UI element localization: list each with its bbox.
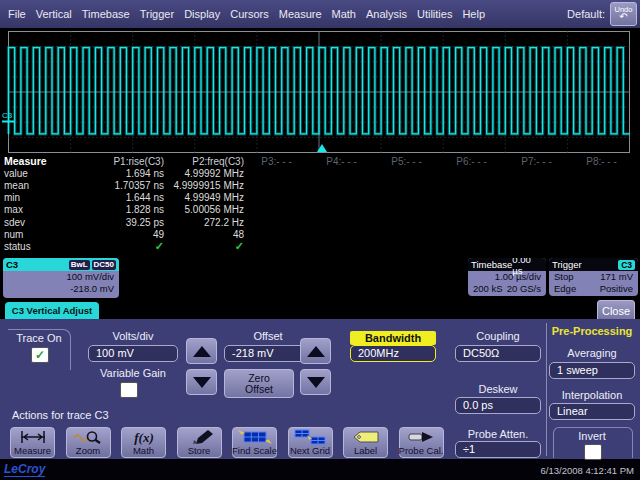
toolbar-button-probe-cal-[interactable]: Probe Cal. — [399, 427, 444, 458]
measure-p2-mean: 4.9999915 MHz — [164, 180, 244, 191]
probe-cal-icon — [406, 430, 436, 445]
measure-header-row: MeasureP1:rise(C3)P2:freq(C3)P3:- - -P4:… — [4, 155, 636, 167]
bandwidth-limit-badge: BwL — [69, 260, 90, 270]
measure-row-label: mean — [4, 180, 60, 191]
interpolation-field[interactable]: Linear — [549, 403, 635, 420]
measure-col-p7-header[interactable]: P7:- - - — [504, 156, 569, 167]
status-bar: LeCroy 6/13/2008 4:12:41 PM — [0, 460, 640, 480]
measure-col-p2-header[interactable]: P2:freq(C3) — [164, 156, 244, 167]
volts-div-increase-button[interactable] — [186, 338, 217, 364]
toolbar-button-measure[interactable]: Measure — [10, 427, 55, 458]
math-icon: f(x) — [129, 430, 159, 445]
preprocessing-title: Pre-Processing — [548, 325, 636, 337]
measure-row-mean: mean1.70357 ns4.9999915 MHz — [4, 179, 636, 191]
probe-atten-label: Probe Atten. — [455, 428, 541, 440]
oscilloscope-screen: FileVerticalTimebaseTriggerDisplayCursor… — [0, 0, 640, 480]
timebase-header: Timebase 0.00 µs — [468, 258, 546, 271]
toolbar-button-label: Measure — [14, 445, 51, 456]
deskew-field[interactable]: 0.0 ps — [455, 397, 541, 414]
averaging-field[interactable]: 1 sweep — [549, 362, 635, 379]
invert-label: Invert — [549, 430, 635, 442]
store-icon — [184, 430, 214, 445]
menu-item-timebase[interactable]: Timebase — [82, 8, 130, 20]
measure-col-p1-header[interactable]: P1:rise(C3) — [60, 156, 164, 167]
trigger-box[interactable]: Trigger C3 Stop171 mV EdgePositive — [549, 258, 638, 296]
menu-item-vertical[interactable]: Vertical — [36, 8, 72, 20]
toolbar-button-find-scale[interactable]: Find Scale — [232, 427, 277, 458]
offset-field[interactable]: -218 mV — [224, 345, 312, 362]
measure-col-p4-header[interactable]: P4:- - - — [309, 156, 374, 167]
measure-p1-sdev: 39.25 ps — [60, 217, 164, 228]
timebase-box[interactable]: Timebase 0.00 µs 1.00 µs/div 200 kS20 GS… — [468, 258, 546, 296]
trigger-header: Trigger C3 — [549, 258, 638, 271]
toolbar-button-math[interactable]: f(x)Math — [121, 427, 166, 458]
svg-text:f(x): f(x) — [134, 430, 154, 445]
menu-item-trigger[interactable]: Trigger — [140, 8, 174, 20]
menu-item-math[interactable]: Math — [332, 8, 356, 20]
toolbar-button-label: Zoom — [76, 445, 100, 456]
toolbar-button-store[interactable]: Store — [177, 427, 222, 458]
measure-table: MeasureP1:rise(C3)P2:freq(C3)P3:- - -P4:… — [4, 155, 636, 253]
label-icon — [351, 430, 381, 445]
timebase-per-div: 1.00 µs/div — [468, 271, 546, 283]
undo-icon: ↶ — [619, 12, 627, 22]
coupling-field[interactable]: DC50Ω — [455, 345, 541, 362]
measure-p2-status: ✓ — [164, 240, 244, 253]
measure-p1-num: 49 — [60, 229, 164, 240]
timebase-samples: 200 kS20 GS/s — [468, 283, 546, 295]
channel-c3-box[interactable]: C3 BwL DC50 100 mV/div -218.0 mV — [3, 258, 119, 298]
measure-table-title: Measure — [4, 155, 60, 167]
invert-checkbox[interactable] — [584, 444, 602, 460]
probe-atten-field[interactable]: ÷1 — [455, 441, 541, 458]
measure-p1-value: 1.694 ns — [60, 168, 164, 179]
menu-item-analysis[interactable]: Analysis — [366, 8, 407, 20]
variable-gain-label: Variable Gain — [88, 367, 178, 379]
measure-col-p5-header[interactable]: P5:- - - — [374, 156, 439, 167]
zero-offset-button[interactable]: ZeroOffset — [224, 369, 294, 398]
action-toolbar: MeasureZoomf(x)MathStoreFind ScaleNext G… — [10, 427, 444, 458]
menu-item-help[interactable]: Help — [462, 8, 485, 20]
volts-div-decrease-button[interactable] — [186, 369, 217, 395]
interpolation-label: Interpolation — [549, 389, 635, 401]
offset-label: Offset — [224, 330, 312, 342]
waveform-display[interactable]: C3 — [0, 28, 640, 155]
toolbar-button-label: Find Scale — [232, 445, 277, 456]
channel-c3-header: C3 BwL DC50 — [3, 258, 119, 271]
down-arrow-icon — [193, 377, 211, 388]
variable-gain-checkbox[interactable] — [120, 382, 138, 398]
offset-decrease-button[interactable] — [300, 369, 331, 395]
offset-increase-button[interactable] — [300, 338, 331, 364]
menu-item-display[interactable]: Display — [184, 8, 220, 20]
toolbar-button-label[interactable]: Label — [343, 427, 388, 458]
measure-p2-max: 5.00056 MHz — [164, 204, 244, 215]
menu-item-measure[interactable]: Measure — [279, 8, 322, 20]
volts-div-field[interactable]: 100 mV — [88, 345, 178, 362]
menu-item-file[interactable]: File — [8, 8, 26, 20]
trace-on-checkbox[interactable]: ✓ — [31, 347, 49, 363]
measure-col-p8-header[interactable]: P8:- - - — [569, 156, 634, 167]
toolbar-button-zoom[interactable]: Zoom — [66, 427, 111, 458]
bandwidth-field[interactable]: 200MHz — [350, 345, 436, 362]
down-arrow-icon — [307, 377, 325, 388]
deskew-label: Deskew — [455, 383, 541, 395]
measure-col-p3-header[interactable]: P3:- - - — [244, 156, 309, 167]
measure-row-num: num4948 — [4, 228, 636, 240]
tab-c3-vertical-adjust[interactable]: C3 Vertical Adjust — [5, 302, 99, 319]
measure-row-value: value1.694 ns4.99992 MHz — [4, 167, 636, 179]
timebase-title: Timebase — [471, 259, 512, 270]
measure-row-status: status✓✓ — [4, 240, 636, 252]
undo-button[interactable]: Undo ↶ — [610, 2, 637, 26]
measure-col-p6-header[interactable]: P6:- - - — [439, 156, 504, 167]
toolbar-button-next-grid[interactable]: Next Grid — [288, 427, 333, 458]
next-grid-icon — [292, 430, 328, 445]
menu-item-cursors[interactable]: Cursors — [230, 8, 269, 20]
waveform-grid[interactable]: C3 — [0, 28, 640, 155]
c3-trace[interactable] — [9, 48, 630, 134]
measure-p2-num: 48 — [164, 229, 244, 240]
toolbar-button-label: Store — [188, 445, 211, 456]
menu-item-utilities[interactable]: Utilities — [417, 8, 452, 20]
measure-p1-status: ✓ — [60, 240, 164, 253]
measure-row-max: max1.828 ns5.00056 MHz — [4, 204, 636, 216]
trace-on-label: Trace On — [10, 332, 68, 344]
up-arrow-icon — [307, 346, 325, 357]
